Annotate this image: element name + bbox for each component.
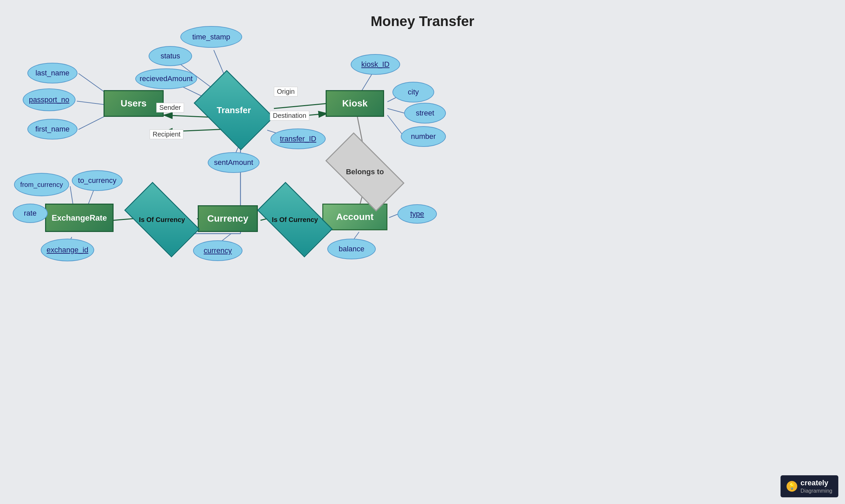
role-label-recipient: Recipient: [149, 129, 183, 139]
relationship-isofcurrency-left[interactable]: Is Of Currency: [128, 200, 195, 240]
watermark-text: creately Diagramming: [800, 479, 832, 494]
relationship-isofcurrency-right[interactable]: Is Of Currency: [262, 200, 328, 240]
attribute-balance: balance: [327, 239, 376, 259]
attribute-number: number: [401, 126, 446, 147]
entity-users[interactable]: Users: [104, 90, 164, 117]
diagram-lines: [0, 0, 845, 504]
attribute-received-amount: recievedAmount: [135, 68, 197, 89]
attribute-currency: currency: [193, 240, 243, 261]
svg-line-2: [274, 104, 327, 108]
attribute-city: city: [392, 82, 434, 103]
attribute-type: type: [398, 204, 437, 223]
entity-currency[interactable]: Currency: [198, 205, 258, 232]
attribute-sent-amount: sentAmount: [208, 152, 260, 173]
attribute-from-currency: from_currency: [14, 173, 69, 196]
attribute-passport-no: passport_no: [23, 88, 75, 111]
svg-line-24: [387, 108, 406, 113]
watermark-icon: 💡: [787, 481, 797, 492]
role-label-sender: Sender: [156, 103, 184, 112]
attribute-first-name: first_name: [28, 119, 77, 140]
watermark: 💡 creately Diagramming: [780, 475, 838, 497]
attribute-last-name: last_name: [28, 63, 77, 84]
attribute-street: street: [404, 103, 446, 124]
entity-kiosk[interactable]: Kiosk: [325, 90, 384, 117]
attribute-status: status: [148, 46, 192, 66]
entity-exchangerate[interactable]: ExchangeRate: [45, 203, 113, 232]
relationship-belongs-to[interactable]: Belongs to: [329, 152, 401, 192]
relationship-transfer[interactable]: Transfer: [200, 87, 267, 133]
attribute-time-stamp: time_stamp: [180, 26, 242, 48]
attribute-to-currency: to_currency: [72, 170, 123, 191]
attribute-rate: rate: [13, 203, 48, 223]
svg-line-20: [77, 101, 104, 105]
svg-line-31: [389, 214, 398, 218]
role-label-origin: Origin: [274, 87, 298, 96]
role-label-destination: Destination: [270, 111, 309, 121]
attribute-kiosk-id: kiosk_ID: [351, 54, 400, 75]
attribute-transfer-id: transfer_ID: [270, 128, 325, 149]
diagram-container: Money Transfer: [0, 0, 845, 504]
attribute-exchange-id: exchange_id: [41, 239, 94, 262]
